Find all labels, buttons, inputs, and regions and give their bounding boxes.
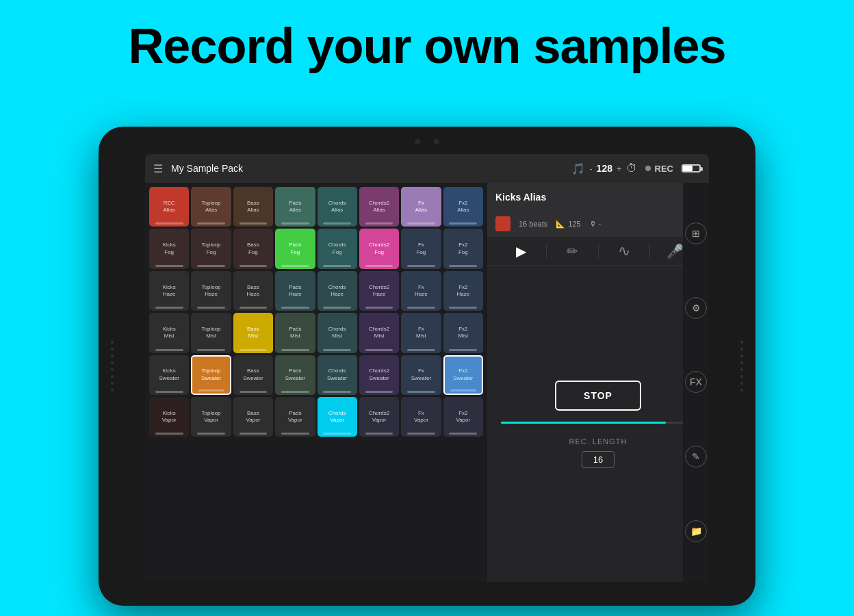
rec-dot <box>645 166 651 171</box>
pads-section: RECAliasToploopAliasBassAliasPadsAliasCh… <box>145 183 487 582</box>
fx-icon[interactable]: FX <box>685 371 707 393</box>
folder-icon[interactable]: 📁 <box>685 520 707 542</box>
pad-fx-sweater[interactable]: FxSweater <box>401 355 441 395</box>
pad-chords2-mist[interactable]: Chords2Mist <box>359 313 399 352</box>
bpm-minus[interactable]: - <box>589 164 592 174</box>
battery <box>682 164 701 172</box>
beats-label: 16 beats <box>519 220 547 228</box>
pad-chords2-alias[interactable]: Chords2Alias <box>359 187 399 227</box>
pad-chords-fog[interactable]: ChordsFog <box>318 229 357 268</box>
pad-fx-vapor[interactable]: FxVapor <box>401 397 441 437</box>
pad-kicks-vapor[interactable]: KicksVapor <box>149 397 189 437</box>
pad-chords-alias[interactable]: ChordsAlias <box>318 187 357 227</box>
headline: Record your own samples <box>0 0 854 73</box>
pad-kicks-sweater[interactable]: KicksSweater <box>149 355 189 395</box>
tab-edit[interactable]: ✏ <box>547 243 597 259</box>
pad-chords-sweater[interactable]: ChordsSweater <box>318 355 357 395</box>
pad-fx-alias[interactable]: FxAlias <box>401 187 441 227</box>
pad-bottom-bar <box>323 307 351 309</box>
rec-label[interactable]: REC <box>655 164 673 174</box>
pad-fx2-haze[interactable]: Fx2Haze <box>443 271 483 311</box>
pad-pads-haze[interactable]: PadsHaze <box>275 271 315 311</box>
pad-bottom-bar <box>449 349 477 351</box>
pad-pads-alias[interactable]: PadsAlias <box>275 187 315 227</box>
pad-bottom-bar <box>450 389 476 392</box>
pad-bass-haze[interactable]: BassHaze <box>233 271 273 311</box>
pad-kicks-fog[interactable]: KicksFog <box>149 229 189 268</box>
pads-grid: RECAliasToploopAliasBassAliasPadsAliasCh… <box>149 187 483 437</box>
pad-toploop-alias[interactable]: ToploopAlias <box>191 187 231 227</box>
pad-fx2-fog[interactable]: Fx2Fog <box>443 229 483 268</box>
pad-bottom-bar <box>240 349 268 351</box>
pad-kicks-haze[interactable]: KicksHaze <box>149 271 189 311</box>
pad-chords2-vapor[interactable]: Chords2Vapor <box>359 397 399 437</box>
pad-fx-haze[interactable]: FxHaze <box>401 271 441 311</box>
bpm-plus[interactable]: + <box>617 164 622 174</box>
pad-fx2-sweater[interactable]: Fx2Sweater <box>443 355 483 395</box>
pad-bottom-bar <box>323 265 351 267</box>
pad-pads-mist[interactable]: PadsMist <box>275 313 315 352</box>
pad-bottom-bar <box>155 433 183 435</box>
bpm-setting-value: 125 <box>568 220 580 228</box>
instrument-name: Kicks Alias <box>495 192 546 203</box>
pad-pads-vapor[interactable]: PadsVapor <box>275 397 315 437</box>
tablet-body: ☰ My Sample Pack 🎵 - 128 + ⏱ REC <box>99 127 755 606</box>
pad-kicks-alias[interactable]: RECAlias <box>149 187 189 227</box>
rec-area: REC <box>645 164 673 174</box>
right-panel: Kicks Alias ••• 16 beats 📐 125 🎙 - <box>487 183 709 582</box>
speaker-right <box>735 325 749 407</box>
tab-play[interactable]: ▶ <box>495 243 546 259</box>
pad-bottom-bar <box>281 433 309 435</box>
pad-toploop-mist[interactable]: ToploopMist <box>191 313 231 352</box>
rec-length-box[interactable]: 16 <box>582 451 614 468</box>
edit-icon[interactable]: ✎ <box>685 446 707 467</box>
pad-bottom-bar <box>365 391 393 393</box>
pad-chords2-sweater[interactable]: Chords2Sweater <box>359 355 399 395</box>
mixer-icon[interactable]: ⚙ <box>685 297 707 319</box>
pack-name: My Sample Pack <box>171 163 563 174</box>
pad-bottom-bar <box>365 265 393 267</box>
pad-bass-mist[interactable]: BassMist <box>233 313 273 352</box>
pad-bottom-bar <box>155 307 183 309</box>
stop-button[interactable]: STOP <box>555 381 641 411</box>
pad-chords-haze[interactable]: ChordsHaze <box>318 271 357 311</box>
instrument-header: Kicks Alias ••• <box>487 183 709 211</box>
pad-fx2-alias[interactable]: Fx2Alias <box>443 187 483 227</box>
pad-bottom-bar <box>240 391 268 393</box>
pad-pads-fog[interactable]: PadsFog <box>275 229 315 268</box>
pad-toploop-haze[interactable]: ToploopHaze <box>191 271 231 311</box>
pad-bass-sweater[interactable]: BassSweater <box>233 355 273 395</box>
pad-fx2-vapor[interactable]: Fx2Vapor <box>443 397 483 437</box>
pad-bottom-bar <box>449 265 477 267</box>
pad-fx-fog[interactable]: FxFog <box>401 229 441 268</box>
grid-icon[interactable]: ⊞ <box>685 222 707 244</box>
side-icons: ⊞ ⚙ FX ✎ 📁 <box>683 183 709 582</box>
pad-pads-sweater[interactable]: PadsSweater <box>275 355 315 395</box>
pad-bottom-bar <box>155 349 183 351</box>
progress-bar-container <box>501 422 695 424</box>
pad-chords-mist[interactable]: ChordsMist <box>318 313 357 352</box>
red-square[interactable] <box>495 216 510 231</box>
pad-chords2-fog[interactable]: Chords2Fog <box>359 229 399 268</box>
battery-fill <box>683 166 693 171</box>
pad-kicks-mist[interactable]: KicksMist <box>149 313 189 352</box>
tab-wave[interactable]: ∿ <box>599 242 649 260</box>
pad-bottom-bar <box>323 222 351 224</box>
pad-bass-vapor[interactable]: BassVapor <box>233 397 273 437</box>
camera <box>415 139 439 144</box>
hamburger-icon[interactable]: ☰ <box>153 162 163 175</box>
pad-bass-alias[interactable]: BassAlias <box>233 187 273 227</box>
pad-bass-fog[interactable]: BassFog <box>233 229 273 268</box>
pad-bottom-bar <box>240 433 268 435</box>
progress-bar-fill <box>501 422 666 424</box>
pad-fx-mist[interactable]: FxMist <box>401 313 441 352</box>
pad-toploop-sweater[interactable]: ToploopSweater <box>191 355 231 395</box>
instrument-settings: 16 beats 📐 125 🎙 - <box>487 211 709 237</box>
pad-toploop-vapor[interactable]: ToploopVapor <box>191 397 231 437</box>
pad-fx2-mist[interactable]: Fx2Mist <box>443 313 483 352</box>
pad-bottom-bar <box>365 222 393 224</box>
pad-chords2-haze[interactable]: Chords2Haze <box>359 271 399 311</box>
pad-bottom-bar <box>240 265 268 267</box>
pad-chords-vapor[interactable]: ChordsVapor <box>318 397 357 437</box>
pad-toploop-fog[interactable]: ToploopFog <box>191 229 231 268</box>
